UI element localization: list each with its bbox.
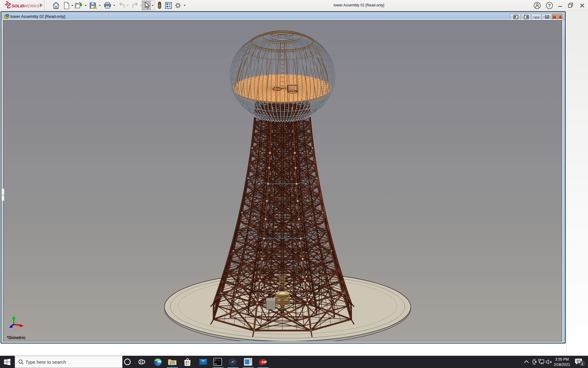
svg-text:SW: SW [262,360,267,364]
svg-text:x: x [25,324,26,327]
svg-text:SOLID: SOLID [12,4,24,8]
svg-text:3:55 PM: 3:55 PM [555,357,569,362]
svg-text:WORKS: WORKS [24,4,39,8]
svg-text:2021: 2021 [262,364,267,367]
svg-text:?: ? [548,3,551,8]
svg-text:2/16/2021: 2/16/2021 [554,362,570,367]
svg-text:!: ! [94,6,95,9]
svg-text:2: 2 [581,362,583,366]
svg-text:C:\_: C:\_ [215,359,221,362]
svg-text:y: y [13,316,14,316]
